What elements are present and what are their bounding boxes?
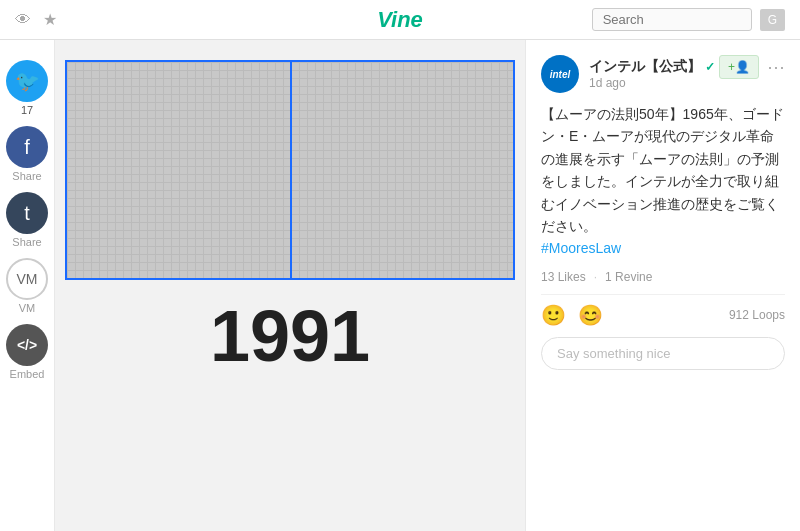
twitter-share-button[interactable]: 🐦 bbox=[6, 60, 48, 102]
header: 👁 ★ Vine G bbox=[0, 0, 800, 40]
vm-button[interactable]: VM bbox=[6, 258, 48, 300]
twitter-count: 17 bbox=[21, 104, 33, 116]
post-author: intel インテル【公式】 ✓ 1d ago bbox=[541, 55, 715, 93]
search-input[interactable] bbox=[592, 8, 752, 31]
header-left: 👁 ★ bbox=[15, 10, 57, 29]
comment-input[interactable]: Say something nice bbox=[541, 337, 785, 370]
author-avatar: intel bbox=[541, 55, 579, 93]
tumblr-label: Share bbox=[12, 236, 41, 248]
smiley-icon[interactable]: 🙂 bbox=[541, 303, 566, 327]
sidebar: 🐦 17 f Share t Share VM VM </> Embed bbox=[0, 40, 55, 531]
post-text: 【ムーアの法則50年】1965年、ゴードン・E・ムーアが現代のデジタル革命の進展… bbox=[541, 103, 785, 260]
video-panel: 1991 bbox=[55, 40, 525, 531]
year-display: 1991 bbox=[210, 295, 370, 377]
video-divider bbox=[290, 62, 292, 278]
reaction-icons: 🙂 😊 bbox=[541, 303, 603, 327]
main-content: 1991 intel インテル【公式】 ✓ 1d ago +👤 ⋯ bbox=[55, 40, 800, 531]
embed-label: Embed bbox=[10, 368, 45, 380]
facebook-share-button[interactable]: f bbox=[6, 126, 48, 168]
video-container[interactable] bbox=[65, 60, 515, 280]
post-header: intel インテル【公式】 ✓ 1d ago +👤 ⋯ bbox=[541, 55, 785, 93]
follow-button[interactable]: +👤 bbox=[719, 55, 759, 79]
loops-count: 912 Loops bbox=[729, 308, 785, 322]
vine-logo: Vine bbox=[377, 7, 423, 32]
post-actions: +👤 ⋯ bbox=[719, 55, 785, 79]
go-button[interactable]: G bbox=[760, 9, 785, 31]
revines-count: 1 Revine bbox=[605, 270, 652, 284]
header-center: Vine bbox=[377, 7, 423, 33]
author-name: インテル【公式】 ✓ bbox=[589, 58, 715, 76]
header-right: G bbox=[592, 8, 785, 31]
add-user-icon: +👤 bbox=[728, 60, 750, 74]
verified-icon: ✓ bbox=[705, 60, 715, 74]
hashtag[interactable]: #MooresLaw bbox=[541, 240, 621, 256]
stat-separator: · bbox=[594, 270, 597, 284]
tumblr-share-button[interactable]: t bbox=[6, 192, 48, 234]
reactions-bar: 🙂 😊 912 Loops bbox=[541, 294, 785, 327]
star-icon[interactable]: ★ bbox=[43, 10, 57, 29]
info-panel: intel インテル【公式】 ✓ 1d ago +👤 ⋯ 【ムーアの法則50年】… bbox=[525, 40, 800, 531]
post-stats: 13 Likes · 1 Revine bbox=[541, 270, 785, 284]
more-options-button[interactable]: ⋯ bbox=[767, 58, 785, 76]
embed-button[interactable]: </> bbox=[6, 324, 48, 366]
likes-count: 13 Likes bbox=[541, 270, 586, 284]
author-info: インテル【公式】 ✓ 1d ago bbox=[589, 58, 715, 90]
post-time: 1d ago bbox=[589, 76, 715, 90]
eye-icon[interactable]: 👁 bbox=[15, 11, 31, 29]
vm-label: VM bbox=[19, 302, 36, 314]
heart-icon[interactable]: 😊 bbox=[578, 303, 603, 327]
facebook-label: Share bbox=[12, 170, 41, 182]
